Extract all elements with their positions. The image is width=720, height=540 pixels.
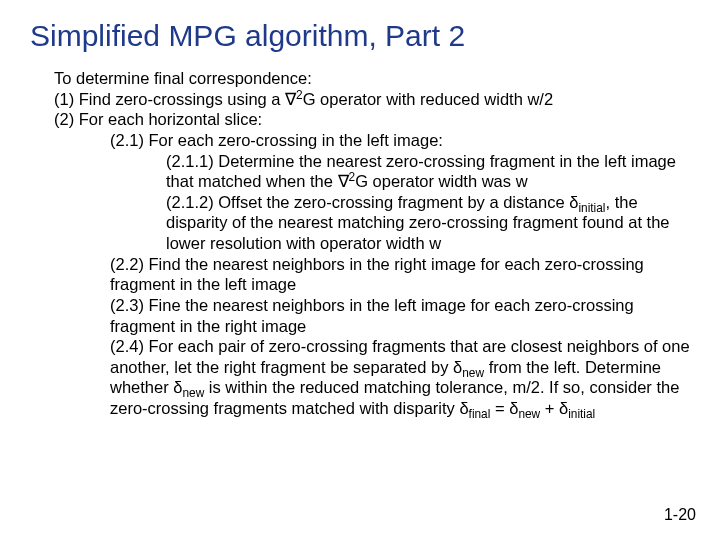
- slide-title: Simplified MPG algorithm, Part 2: [30, 18, 690, 54]
- page-number: 1-20: [664, 506, 696, 524]
- sub-initial-2: initial: [568, 407, 595, 421]
- step-2-1-1: (2.1.1) Determine the nearest zero-cross…: [166, 151, 690, 192]
- step-2-4-e: + δ: [540, 399, 568, 417]
- step-2-2: (2.2) Find the nearest neighbors in the …: [110, 254, 690, 295]
- step-2-1-2: (2.1.2) Offset the zero-crossing fragmen…: [166, 192, 690, 254]
- sub-new-3: new: [518, 407, 540, 421]
- nabla-icon: ∇: [338, 172, 349, 190]
- step-2: (2) For each horizontal slice:: [54, 109, 690, 130]
- step-2-1-1-b: G operator width was w: [355, 172, 527, 190]
- slide: Simplified MPG algorithm, Part 2 To dete…: [0, 0, 720, 540]
- step-1-text-b: G operator with reduced width w/2: [303, 90, 553, 108]
- nabla-icon: ∇: [285, 90, 296, 108]
- step-2-4: (2.4) For each pair of zero-crossing fra…: [110, 336, 690, 419]
- step-2-1-2-a: (2.1.2) Offset the zero-crossing fragmen…: [166, 193, 578, 211]
- sub-final: final: [469, 407, 491, 421]
- step-2-4-d: = δ: [490, 399, 518, 417]
- step-1: (1) Find zero-crossings using a ∇2G oper…: [54, 89, 690, 110]
- step-2-1: (2.1) For each zero-crossing in the left…: [110, 130, 690, 151]
- step-1-sup: 2: [296, 87, 303, 101]
- intro-line: To determine final correspondence:: [54, 68, 690, 89]
- slide-body: To determine final correspondence: (1) F…: [30, 68, 690, 419]
- step-1-text-a: (1) Find zero-crossings using a: [54, 90, 285, 108]
- step-2-3: (2.3) Fine the nearest neighbors in the …: [110, 295, 690, 336]
